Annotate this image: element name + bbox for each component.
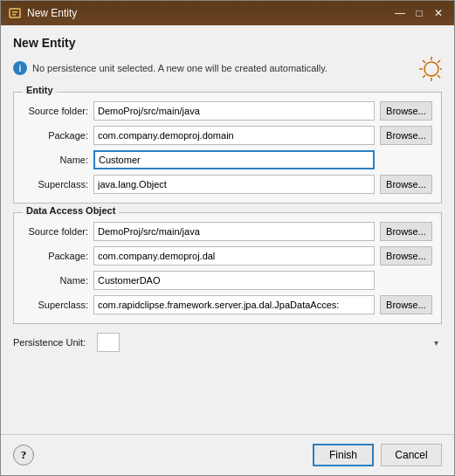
close-button[interactable]: ✕ <box>430 4 447 22</box>
persistence-select-wrapper <box>97 333 442 352</box>
title-bar: New Entity — □ ✕ <box>1 1 454 25</box>
info-bar: i No persistence unit selected. A new on… <box>13 55 442 81</box>
window-title: New Entity <box>27 7 77 19</box>
title-bar-controls: — □ ✕ <box>391 4 447 22</box>
entity-package-browse-button[interactable]: Browse... <box>380 126 432 145</box>
dao-section: Data Access Object Source folder: Browse… <box>13 212 442 324</box>
dao-superclass-row: Superclass: Browse... <box>23 295 432 314</box>
persistence-unit-label: Persistence Unit: <box>13 337 92 348</box>
dao-superclass-input[interactable] <box>93 295 375 314</box>
entity-name-row: Name: <box>23 150 432 169</box>
dao-section-label: Data Access Object <box>23 205 119 216</box>
info-icon: i <box>13 61 27 75</box>
entity-source-folder-label: Source folder: <box>23 106 88 116</box>
sun-icon <box>407 55 442 81</box>
info-text: No persistence unit selected. A new one … <box>32 63 327 73</box>
new-entity-window: New Entity — □ ✕ New Entity i No persist… <box>0 0 455 476</box>
svg-line-8 <box>423 60 425 63</box>
entity-source-folder-browse-button[interactable]: Browse... <box>380 101 432 121</box>
dao-package-input[interactable] <box>93 246 375 266</box>
dao-source-folder-label: Source folder: <box>23 226 88 237</box>
dao-name-label: Name: <box>23 275 88 286</box>
entity-package-row: Package: Browse... <box>23 126 432 145</box>
svg-point-3 <box>424 62 438 76</box>
dao-package-browse-button[interactable]: Browse... <box>380 246 432 266</box>
footer-buttons: Finish Cancel <box>313 444 442 466</box>
entity-section: Entity Source folder: Browse... Package:… <box>13 92 442 204</box>
entity-section-label: Entity <box>23 85 57 95</box>
svg-rect-1 <box>12 11 17 13</box>
entity-package-label: Package: <box>23 130 88 141</box>
dao-source-folder-input[interactable] <box>93 222 375 241</box>
dao-package-row: Package: Browse... <box>23 246 432 266</box>
dao-source-folder-row: Source folder: Browse... <box>23 222 432 241</box>
entity-superclass-row: Superclass: Browse... <box>23 175 432 194</box>
dialog-footer: ? Finish Cancel <box>1 434 454 475</box>
dao-superclass-browse-button[interactable]: Browse... <box>380 295 432 314</box>
finish-button[interactable]: Finish <box>313 444 374 466</box>
dao-package-label: Package: <box>23 251 88 261</box>
dao-superclass-label: Superclass: <box>23 300 88 310</box>
maximize-button[interactable]: □ <box>410 4 428 22</box>
svg-line-11 <box>438 60 440 63</box>
help-button[interactable]: ? <box>13 445 34 466</box>
svg-rect-2 <box>12 14 16 16</box>
dao-source-folder-browse-button[interactable]: Browse... <box>380 222 432 241</box>
persistence-unit-row: Persistence Unit: <box>13 333 442 352</box>
svg-line-10 <box>423 75 425 78</box>
dialog-title: New Entity <box>13 36 442 50</box>
entity-name-label: Name: <box>23 155 88 165</box>
entity-package-input[interactable] <box>93 126 375 145</box>
cancel-button[interactable]: Cancel <box>381 444 442 466</box>
entity-source-folder-input[interactable] <box>93 101 375 121</box>
entity-superclass-browse-button[interactable]: Browse... <box>380 175 432 194</box>
entity-superclass-input[interactable] <box>93 175 375 194</box>
dao-name-input[interactable] <box>93 271 375 290</box>
dialog-content: New Entity i No persistence unit selecte… <box>1 25 454 434</box>
entity-name-input[interactable] <box>93 150 375 169</box>
dao-name-row: Name: <box>23 271 432 290</box>
svg-rect-0 <box>10 9 20 17</box>
minimize-button[interactable]: — <box>391 4 409 22</box>
svg-line-9 <box>438 75 440 78</box>
entity-source-folder-row: Source folder: Browse... <box>23 101 432 121</box>
persistence-unit-select[interactable] <box>97 333 120 352</box>
window-icon <box>8 6 22 20</box>
title-bar-left: New Entity <box>8 6 77 20</box>
entity-superclass-label: Superclass: <box>23 179 88 190</box>
